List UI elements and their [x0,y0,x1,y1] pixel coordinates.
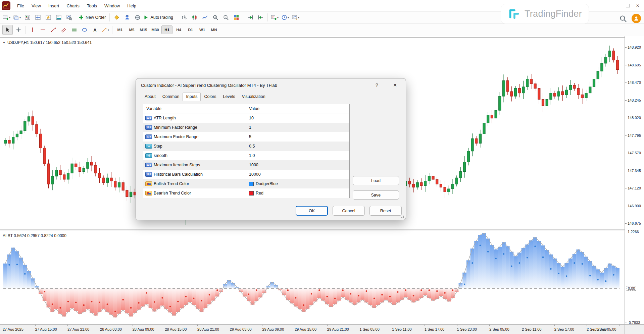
cursor-button[interactable] [2,25,13,35]
new-chart-button[interactable]: ▾ [2,13,11,22]
help-button[interactable]: ? [373,81,381,89]
param-value[interactable]: 10000 [246,172,349,177]
metaeditor-button[interactable] [112,13,121,22]
cancel-button[interactable]: Cancel [333,206,365,216]
periods-button[interactable]: ▾ [280,13,290,22]
int-type-icon: 123 [145,125,152,130]
chart-bars-button[interactable] [179,13,189,22]
search-icon[interactable] [619,15,627,23]
text-button[interactable]: A [90,25,100,35]
timeframe-m5[interactable]: M5 [126,25,137,34]
close-icon[interactable]: ✕ [636,4,639,8]
param-row[interactable]: Bearish Trend ColorRed [143,188,349,198]
chart-shift-button[interactable] [256,13,265,22]
save-button[interactable]: Save [353,190,399,200]
fibonacci-button[interactable] [69,25,79,35]
param-row[interactable]: 123Minimum Factor Range1 [143,123,349,132]
terminal-button[interactable] [54,13,63,22]
param-row[interactable]: ½smooth1.0 [143,151,349,160]
navigator-button[interactable] [43,13,53,22]
column-variable: Variable [143,106,246,111]
param-row[interactable]: 123ATR Length10 [143,113,349,123]
dialog-title-bar[interactable]: Custom Indicator - AI SuperTrend Cluster… [136,78,406,92]
timeframe-d1[interactable]: D1 [185,25,196,34]
timeframe-m30[interactable]: M30 [150,25,161,34]
crosshair-button[interactable] [13,25,23,35]
expert-advisors-button[interactable] [122,13,132,22]
menu-file[interactable]: File [13,3,28,8]
tab-common[interactable]: Common [159,93,183,101]
community-button[interactable] [133,13,142,22]
oscillator-tick: 1.2266 [628,230,639,234]
param-value[interactable]: 1 [246,125,349,130]
timeframe-h1[interactable]: H1 [161,25,172,34]
profiles-button[interactable]: ▾ [12,13,22,22]
timeframe-m15[interactable]: M15 [138,25,149,34]
strategy-tester-button[interactable] [64,13,74,22]
menu-help[interactable]: Help [123,3,140,8]
menu-tools[interactable]: Tools [83,3,101,8]
data-window-button[interactable] [33,13,43,22]
time-tick-mark [522,325,522,326]
param-row[interactable]: Bullish Trend ColorDodgerBlue [143,179,349,188]
user-avatar[interactable] [632,14,641,23]
param-row[interactable]: 123Historical Bars Calculation10000 [143,170,349,179]
chart-line-button[interactable] [200,13,210,22]
tab-visualization[interactable]: Visualization [239,93,269,101]
timeframe-m1[interactable]: M1 [114,25,126,34]
param-row[interactable]: ½Step0.5 [143,142,349,151]
timeframe-h4[interactable]: H4 [173,25,184,34]
shapes-button[interactable] [80,25,89,35]
param-value[interactable]: 10 [246,116,349,120]
timeframe-w1[interactable]: W1 [197,25,208,34]
tab-levels[interactable]: Levels [220,93,239,101]
param-value[interactable]: 5 [246,134,349,139]
chart-candles-button[interactable] [190,13,199,22]
price-axis[interactable]: 148.920148.695148.470148.245148.020147.7… [625,36,644,324]
resize-grip[interactable] [403,217,404,218]
timeframe-mn[interactable]: MN [208,25,219,34]
time-label: 2 Sep 17:00 [554,327,574,331]
tab-about[interactable]: About [141,93,159,101]
toolbar-separator [109,13,110,21]
time-tick-mark [457,325,457,326]
trendline-button[interactable] [48,25,58,35]
tab-inputs[interactable]: Inputs [183,93,201,101]
vertical-line-button[interactable] [28,25,37,35]
param-value[interactable]: 1.0 [246,153,349,158]
load-button[interactable]: Load [353,176,399,185]
autotrading-button[interactable]: AutoTrading [143,13,175,22]
minimize-icon[interactable]: – [617,4,620,8]
param-value[interactable]: Red [246,191,349,196]
close-icon[interactable]: ✕ [389,80,401,90]
tile-windows-button[interactable] [231,13,241,22]
indicators-button[interactable]: ▾ [270,13,280,22]
param-row[interactable]: 123Maximum Factor Range5 [143,132,349,142]
app-logo-icon[interactable] [2,1,10,10]
param-value[interactable]: 1000 [246,163,349,167]
time-axis[interactable]: 27 Aug 202527 Aug 15:0027 Aug 21:0028 Au… [0,324,625,334]
menu-insert[interactable]: Insert [45,3,63,8]
arrows-button[interactable]: ▾ [100,25,110,35]
zoom-out-icon [223,14,229,20]
oscillator-chart[interactable] [0,230,625,324]
horizontal-line-button[interactable] [38,25,48,35]
market-watch-button[interactable] [22,13,32,22]
menu-window[interactable]: Window [101,3,123,8]
templates-button[interactable]: ▾ [291,13,300,22]
auto-scroll-button[interactable] [245,13,255,22]
maximize-icon[interactable] [626,4,630,8]
tab-colors[interactable]: Colors [201,93,219,101]
int-type-icon: 123 [145,134,152,139]
channel-button[interactable] [59,25,68,35]
param-value[interactable]: DodgerBlue [246,181,349,186]
menu-view[interactable]: View [28,3,45,8]
param-row[interactable]: 123Maximum Iteration Steps1000 [143,160,349,170]
menu-charts[interactable]: Charts [63,3,83,8]
reset-button[interactable]: Reset [369,206,402,216]
zoom-out-button[interactable] [221,13,231,22]
ok-button[interactable]: OK [296,206,328,216]
param-value[interactable]: 0.5 [246,144,349,149]
new-order-button[interactable]: New Order [78,13,107,22]
zoom-in-button[interactable] [210,13,220,22]
